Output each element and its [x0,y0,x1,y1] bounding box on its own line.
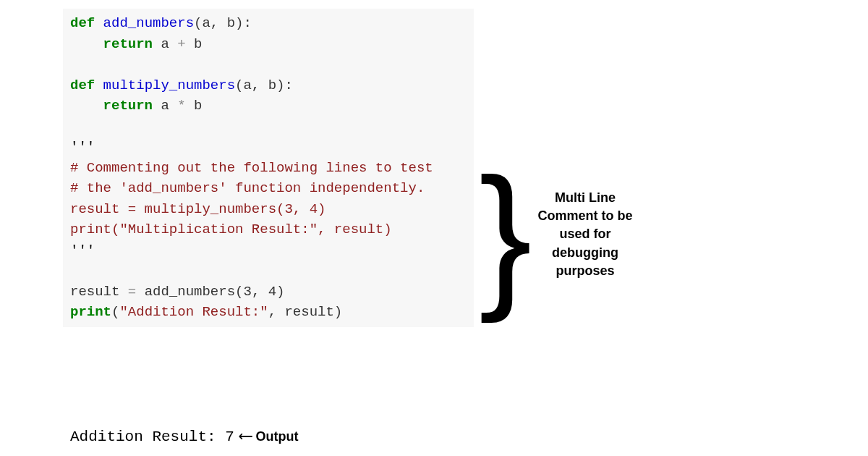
docstring-line: # Commenting out the following lines to … [70,160,433,176]
operator-star: * [177,98,185,114]
operator-eq: = [128,284,136,300]
params: (a, b): [235,77,293,93]
keyword-def: def [70,77,95,93]
docstring-line: # the 'add_numbers' function independent… [70,180,425,196]
comma: , [252,284,268,300]
print-call: print [70,304,111,320]
docstring-line: result = multiply_numbers(3, 4) [70,201,326,217]
arg: 3 [243,284,251,300]
arrow-left-icon: ⟵ [240,427,252,446]
var-result: result [70,284,128,300]
open-paren: ( [111,304,119,320]
annotation-text: Multi Line Comment to be used for debugg… [537,189,632,280]
arg: 4 [268,284,276,300]
indent [70,98,103,114]
triple-quote-open: ''' [70,139,95,155]
curly-brace-icon: } [479,163,532,306]
keyword-return: return [103,36,153,52]
function-name: multiply_numbers [95,77,235,93]
indent [70,36,103,52]
function-name: add_numbers [95,15,194,31]
string-literal: "Addition Result:" [119,304,268,320]
expr: a [153,98,177,114]
var-b: b [186,98,203,114]
rest: , result) [268,304,343,320]
docstring-line: print("Multiplication Result:", result) [70,221,392,237]
triple-quote-close: ''' [70,242,95,258]
annotation-multiline-comment: } Multi Line Comment to be used for debu… [479,163,633,306]
var-b: b [186,36,203,52]
output-text: Addition Result: 7 [70,428,234,445]
params: (a, b): [194,15,252,31]
keyword-def: def [70,15,95,31]
call-text: add_numbers( [136,284,243,300]
close-paren: ) [276,284,284,300]
output-label: Output [256,429,299,444]
code-block: def add_numbers(a, b): return a + b def … [63,9,474,327]
keyword-return: return [103,98,153,114]
operator-plus: + [177,36,185,52]
expr: a [153,36,177,52]
output-line: Addition Result: 7 ⟵ Output [70,427,298,446]
